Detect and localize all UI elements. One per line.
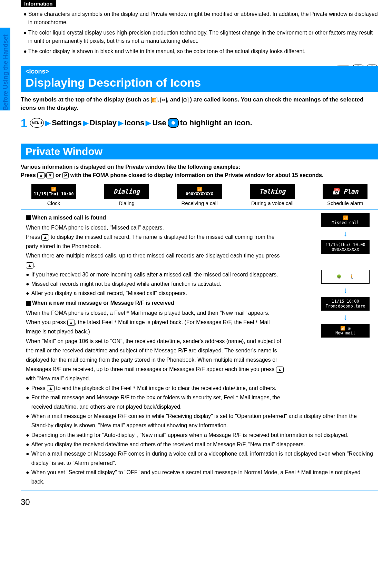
down-arrow-icon: ↓ bbox=[344, 286, 347, 294]
menu-key-icon: MENU bbox=[30, 118, 44, 128]
up-key-icon: ▲ bbox=[67, 320, 75, 326]
mini-screen: 🌳 🚶 bbox=[321, 270, 370, 284]
page-number: 30 bbox=[21, 497, 378, 507]
side-section-label: Before Using the Handset bbox=[2, 35, 9, 110]
bullet-item: ●Depending on the setting for "Auto-disp… bbox=[26, 430, 373, 440]
bullet-item: ●Press ▲ to end the playback of the Feel… bbox=[26, 383, 285, 393]
icons-section-header: <Icons> Displaying Description of Icons bbox=[21, 66, 378, 92]
bullet-item: ●When you set "Secret mail display" to "… bbox=[26, 468, 373, 486]
information-label: Information bbox=[21, 0, 56, 7]
mini-screen: 11/15(Thu) 10:00090XXXXXXXX bbox=[321, 240, 370, 254]
mini-screen: 📶Missed call bbox=[321, 213, 370, 227]
private-window-header: Private Window bbox=[21, 144, 378, 159]
info-item: ●The color display is shown in black and… bbox=[23, 47, 378, 56]
body-text: When you press ▲, the latest Feel＊Mail i… bbox=[26, 318, 285, 336]
down-arrow-icon: ↓ bbox=[344, 230, 347, 237]
mail-icon: ✉ bbox=[160, 97, 167, 103]
step-part: Settings bbox=[52, 118, 82, 127]
pw-body-box: 📶Missed call ↓ 11/15(Thu) 10:00090XXXXXX… bbox=[21, 209, 378, 490]
body-text: When there are multiple missed calls, up… bbox=[26, 251, 285, 270]
pw-example: 📅 Plan Schedule alarm bbox=[312, 184, 378, 206]
subheading: When a new mail message or Message R/F i… bbox=[26, 300, 285, 306]
step-number: 1 bbox=[21, 116, 27, 130]
arrow-icon: ▶ bbox=[83, 119, 88, 127]
body-text: Press ▲ to display the missed call recor… bbox=[26, 232, 285, 251]
bullet-item: ●For the mail message and Message R/F to… bbox=[26, 393, 285, 411]
bullet-item: ●After you display the received date/tim… bbox=[26, 440, 373, 449]
section-title: Displaying Description of Icons bbox=[26, 76, 373, 89]
section-tag: <Icons> bbox=[26, 68, 373, 75]
step-part: Display bbox=[90, 118, 117, 127]
bullet-item: ●When a mail message or Message R/F come… bbox=[26, 449, 373, 468]
pw-lead: Various information is displayed on the … bbox=[21, 163, 378, 179]
bullet-item: ●When a mail message or Message R/F come… bbox=[26, 411, 373, 430]
pw-example: Talking During a voice call bbox=[239, 184, 305, 206]
bullet-item: ●If you have received 30 or more incomin… bbox=[26, 270, 285, 279]
body-text: When the FOMA phone is closed, a Feel＊Ma… bbox=[26, 308, 285, 318]
step-part: Icons bbox=[125, 118, 144, 127]
body-text: When "Mail" on page 106 is set to "ON", … bbox=[26, 337, 285, 383]
pw-example: Dialing Dialing bbox=[94, 184, 159, 206]
information-block: Information ●Some characters and symbols… bbox=[21, 0, 378, 56]
up-key-icon: ▲ bbox=[276, 367, 284, 373]
imode-icon: ⓘ bbox=[182, 97, 188, 103]
info-item: ●The color liquid crystal display uses h… bbox=[23, 29, 378, 45]
up-key-icon: ▲ bbox=[41, 234, 49, 241]
up-key-icon: ▲ bbox=[47, 385, 55, 391]
mini-screen: 📶 ✉New mail bbox=[321, 324, 370, 338]
up-key-icon: ▲ bbox=[37, 172, 45, 178]
down-arrow-icon: ↓ bbox=[344, 313, 347, 321]
arrow-icon: ▶ bbox=[146, 119, 151, 127]
subheading: When a missed call is found bbox=[26, 215, 285, 221]
mini-screen: 11/15 10:00From:docomo.taro bbox=[321, 297, 370, 311]
pw-example: 📶090XXXXXXXX Receiving a call bbox=[166, 184, 232, 206]
bullet-item: ●After you display a missed call record,… bbox=[26, 289, 285, 298]
step-part: Use bbox=[152, 118, 166, 127]
pw-example: 📶11/15(Thu) 10:00 Clock bbox=[21, 184, 87, 206]
step-tail: to highlight an icon. bbox=[180, 118, 252, 127]
pw-examples-row: 📶11/15(Thu) 10:00 Clock Dialing Dialing … bbox=[21, 184, 378, 206]
right-screens-column: 📶Missed call ↓ 11/15(Thu) 10:00090XXXXXX… bbox=[318, 213, 373, 338]
bullet-item: ●Missed call records might not be displa… bbox=[26, 279, 285, 289]
down-key-icon: ▼ bbox=[46, 172, 54, 178]
dpad-icon bbox=[168, 118, 179, 128]
up-key-icon: ▲ bbox=[26, 262, 33, 269]
p-key-icon: P bbox=[62, 172, 69, 178]
antenna-icon: 📶 bbox=[151, 97, 157, 103]
step-row: 1 MENU ▶ Settings ▶ Display ▶ Icons ▶ Us… bbox=[21, 116, 378, 130]
info-item: ●Some characters and symbols on the disp… bbox=[23, 10, 378, 27]
arrow-icon: ▶ bbox=[45, 119, 50, 127]
icons-lead: The symbols at the top of the display (s… bbox=[21, 96, 378, 112]
body-text: When the FOMA phone is closed, "Missed c… bbox=[26, 223, 285, 232]
arrow-icon: ▶ bbox=[118, 119, 123, 127]
